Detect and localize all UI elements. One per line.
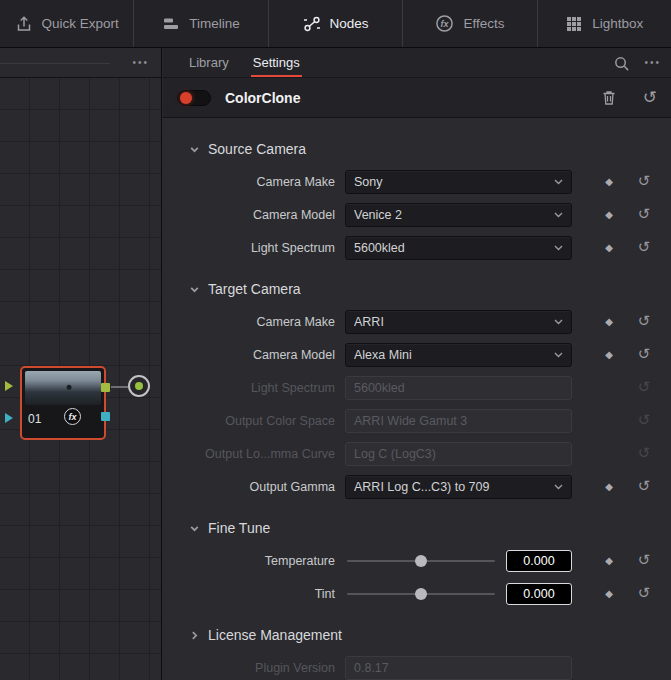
reset-icon[interactable]: ↺ — [636, 479, 652, 494]
lightbox-button[interactable]: Lightbox — [537, 0, 671, 47]
node-number-label: 01 — [28, 412, 41, 426]
output-gamma-curve-field: Log C (LogC3) — [345, 442, 572, 466]
timeline-icon — [162, 15, 180, 33]
section-title: Source Camera — [208, 141, 306, 157]
temperature-value-field[interactable]: 0.000 — [506, 550, 572, 572]
output-circle-node[interactable] — [128, 375, 150, 397]
inspector-tabs: Library Settings ••• — [163, 48, 671, 78]
reset-icon[interactable]: ↺ — [636, 314, 652, 329]
output-gamma-dropdown[interactable]: ARRI Log C...C3) to 709 — [345, 475, 572, 499]
row-label: Camera Make — [163, 315, 335, 329]
row-target-light-spectrum: Light Spectrum 5600kled ↺ — [163, 371, 671, 404]
source-camera-make-dropdown[interactable]: Sony — [345, 170, 572, 194]
reset-icon: ↺ — [636, 380, 652, 395]
tabs-right-actions: ••• — [613, 48, 671, 78]
reset-icon: ↺ — [636, 413, 652, 428]
row-label: Output Lo...mma Curve — [163, 447, 335, 461]
node-dot — [135, 382, 143, 390]
rgb-output-port[interactable] — [101, 383, 110, 392]
node-connection-line — [111, 386, 128, 388]
keyframe-diamond-icon[interactable]: ◆ — [602, 482, 616, 492]
keyframe-diamond-icon[interactable]: ◆ — [602, 210, 616, 220]
keyframe-diamond-icon[interactable]: ◆ — [602, 556, 616, 566]
node-thumbnail[interactable] — [25, 371, 101, 405]
lightbox-label: Lightbox — [592, 16, 643, 31]
reset-icon[interactable]: ↺ — [636, 347, 652, 362]
keyframe-diamond-icon[interactable]: ◆ — [602, 317, 616, 327]
row-target-camera-model: Camera Model Alexa Mini ◆ ↺ — [163, 338, 671, 371]
target-camera-model-dropdown[interactable]: Alexa Mini — [345, 343, 572, 367]
node-editor-pane: ••• 01 fx — [0, 48, 162, 680]
chevron-down-icon — [554, 484, 563, 490]
search-icon[interactable] — [613, 55, 630, 72]
ruler-line — [0, 63, 110, 64]
chevron-down-icon — [554, 319, 563, 325]
reset-icon[interactable]: ↺ — [636, 240, 652, 255]
keyframe-diamond-icon[interactable]: ◆ — [602, 589, 616, 599]
chevron-down-icon — [554, 179, 563, 185]
row-source-camera-model: Camera Model Venice 2 ◆ ↺ — [163, 198, 671, 231]
target-light-spectrum-field: 5600kled — [345, 376, 572, 400]
reset-icon[interactable]: ↺ — [636, 207, 652, 222]
nodes-button[interactable]: Nodes — [268, 0, 402, 47]
keyframe-diamond-icon[interactable]: ◆ — [602, 350, 616, 360]
slider-thumb[interactable] — [415, 588, 427, 600]
target-camera-make-dropdown[interactable]: ARRI — [345, 310, 572, 334]
tint-value-field[interactable]: 0.000 — [506, 583, 572, 605]
reset-plugin-button[interactable]: ↺ — [643, 89, 657, 106]
section-title: Target Camera — [208, 281, 301, 297]
key-input-arrow — [5, 413, 13, 423]
row-output-gamma: Output Gamma ARRI Log C...C3) to 709 ◆ ↺ — [163, 470, 671, 503]
reset-icon[interactable]: ↺ — [636, 174, 652, 189]
plugin-enable-toggle[interactable] — [177, 90, 211, 106]
row-label: Light Spectrum — [163, 381, 335, 395]
corrector-node-01[interactable]: 01 fx — [20, 366, 106, 440]
reset-icon[interactable]: ↺ — [636, 586, 652, 601]
reset-icon[interactable]: ↺ — [636, 553, 652, 568]
row-label: Temperature — [163, 554, 335, 568]
quick-export-button[interactable]: Quick Export — [0, 0, 133, 47]
trash-icon — [601, 89, 617, 106]
section-fine-tune[interactable]: Fine Tune — [189, 517, 671, 539]
app-window: Quick Export Timeline Nodes fx Effects — [0, 0, 671, 680]
source-light-spectrum-dropdown[interactable]: 5600kled — [345, 236, 572, 260]
timeline-label: Timeline — [189, 16, 240, 31]
section-title: Fine Tune — [208, 520, 270, 536]
row-label: Light Spectrum — [163, 241, 335, 255]
keyframe-diamond-icon[interactable]: ◆ — [602, 177, 616, 187]
tabs-more-button[interactable]: ••• — [644, 58, 661, 68]
row-label: Camera Make — [163, 175, 335, 189]
chevron-down-icon — [189, 523, 200, 534]
section-license-management[interactable]: License Management — [189, 624, 671, 646]
source-camera-model-dropdown[interactable]: Venice 2 — [345, 203, 572, 227]
plugin-version-field: 0.8.17 — [345, 656, 572, 680]
node-graph-canvas[interactable]: 01 fx — [0, 78, 161, 680]
tab-library[interactable]: Library — [177, 48, 241, 77]
temperature-slider[interactable] — [345, 549, 497, 573]
section-target-camera[interactable]: Target Camera — [189, 278, 671, 300]
row-label: Output Color Space — [163, 414, 335, 428]
tab-settings[interactable]: Settings — [241, 48, 312, 77]
reset-icon: ↺ — [643, 89, 657, 106]
row-source-light-spectrum: Light Spectrum 5600kled ◆ ↺ — [163, 231, 671, 264]
node-label-strip: 01 — [25, 405, 101, 433]
plugin-title: ColorClone — [225, 90, 575, 106]
svg-text:fx: fx — [441, 19, 450, 29]
delete-plugin-button[interactable] — [601, 89, 617, 106]
effects-button[interactable]: fx Effects — [402, 0, 536, 47]
node-editor-options-button[interactable]: ••• — [132, 58, 149, 68]
chevron-right-icon — [189, 630, 200, 641]
section-source-camera[interactable]: Source Camera — [189, 138, 671, 160]
key-output-port[interactable] — [101, 412, 110, 421]
row-output-color-space: Output Color Space ARRI Wide Gamut 3 ↺ — [163, 404, 671, 437]
top-toolbar: Quick Export Timeline Nodes fx Effects — [0, 0, 671, 48]
timeline-button[interactable]: Timeline — [133, 0, 267, 47]
keyframe-diamond-icon[interactable]: ◆ — [602, 243, 616, 253]
settings-scroll-area[interactable]: Source Camera Camera Make Sony ◆ ↺ Camer… — [163, 118, 671, 680]
chevron-down-icon — [554, 352, 563, 358]
row-temperature: Temperature 0.000 ◆ ↺ — [163, 544, 671, 577]
slider-thumb[interactable] — [415, 555, 427, 567]
nodes-icon — [303, 15, 321, 33]
tint-slider[interactable] — [345, 582, 497, 606]
lightbox-icon — [565, 15, 583, 33]
